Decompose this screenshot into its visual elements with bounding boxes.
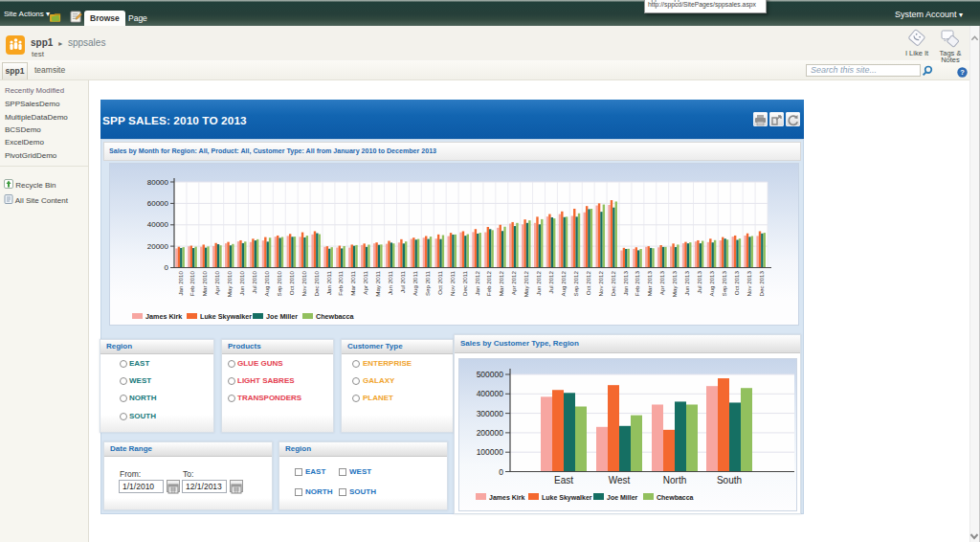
svg-text:West: West (609, 475, 631, 486)
svg-text:?: ? (960, 68, 965, 77)
svg-text:Oct 2011: Oct 2011 (436, 270, 443, 294)
svg-text:North: North (663, 475, 686, 486)
svg-text:Jun 2012: Jun 2012 (535, 270, 542, 295)
svg-text:Nov 2012: Nov 2012 (597, 270, 604, 296)
svg-text:Apr 2012: Apr 2012 (510, 270, 517, 295)
svg-text:Chewbacca: Chewbacca (316, 312, 355, 321)
svg-text:Feb 2011: Feb 2011 (337, 270, 344, 295)
svg-text:Mar 2012: Mar 2012 (498, 270, 504, 296)
svg-text:Dec 2013: Dec 2013 (758, 270, 765, 296)
svg-text:May 2013: May 2013 (671, 270, 678, 297)
svg-text:Jul 2010: Jul 2010 (251, 270, 257, 293)
svg-text:Luke Skywalker: Luke Skywalker (200, 312, 252, 321)
svg-text:Apr 2013: Apr 2013 (658, 270, 665, 295)
svg-text:Joe Miller: Joe Miller (266, 312, 298, 321)
svg-text:Jun 2011: Jun 2011 (387, 270, 393, 295)
svg-text:James Kirk: James Kirk (489, 494, 524, 501)
svg-text:Jul 2013: Jul 2013 (696, 270, 702, 293)
svg-text:Jun 2013: Jun 2013 (683, 270, 690, 295)
svg-text:60000: 60000 (147, 199, 169, 208)
svg-text:May 2010: May 2010 (226, 270, 233, 297)
svg-text:Dec 2010: Dec 2010 (313, 270, 320, 296)
svg-text:Mar 2013: Mar 2013 (646, 270, 653, 296)
svg-text:80000: 80000 (147, 178, 169, 187)
svg-text:Apr 2010: Apr 2010 (213, 270, 220, 295)
svg-text:Nov 2011: Nov 2011 (449, 270, 456, 296)
svg-text:200000: 200000 (477, 428, 504, 438)
svg-text:Nov 2010: Nov 2010 (301, 270, 307, 296)
svg-text:Chewbacca: Chewbacca (657, 494, 694, 501)
svg-text:Jul 2012: Jul 2012 (547, 270, 554, 293)
svg-text:Jan 2013: Jan 2013 (622, 270, 629, 295)
svg-text:Jun 2010: Jun 2010 (238, 270, 245, 295)
svg-text:Sep 2012: Sep 2012 (572, 270, 579, 296)
svg-text:May 2012: May 2012 (523, 270, 529, 297)
svg-text:Feb 2010: Feb 2010 (189, 270, 195, 296)
svg-text:Dec 2012: Dec 2012 (610, 270, 616, 296)
svg-text:Aug 2012: Aug 2012 (560, 270, 567, 296)
svg-text:Nov 2013: Nov 2013 (746, 270, 752, 296)
svg-text:0: 0 (165, 263, 169, 272)
svg-text:Aug 2011: Aug 2011 (412, 270, 418, 296)
svg-text:Apr 2011: Apr 2011 (362, 270, 368, 294)
svg-text:Mar 2010: Mar 2010 (201, 270, 208, 296)
svg-text:Joe Miller: Joe Miller (607, 494, 638, 501)
svg-text:Sep 2011: Sep 2011 (424, 270, 431, 296)
svg-text:500000: 500000 (477, 370, 504, 379)
svg-text:40000: 40000 (147, 220, 169, 229)
svg-text:Oct 2013: Oct 2013 (733, 270, 740, 295)
svg-text:Sep 2013: Sep 2013 (721, 270, 727, 296)
svg-text:400000: 400000 (477, 389, 504, 398)
svg-text:Sep 2010: Sep 2010 (276, 270, 282, 296)
svg-text:Oct 2012: Oct 2012 (585, 270, 591, 295)
svg-text:Dec 2011: Dec 2011 (461, 270, 468, 296)
svg-text:Aug 2010: Aug 2010 (263, 270, 270, 296)
svg-text:Aug 2013: Aug 2013 (708, 270, 715, 296)
svg-text:Jul 2011: Jul 2011 (399, 270, 406, 292)
svg-text:Jan 2010: Jan 2010 (177, 270, 184, 295)
svg-text:Feb 2012: Feb 2012 (485, 270, 492, 296)
svg-text:Jan 2011: Jan 2011 (325, 270, 332, 295)
svg-text:South: South (717, 475, 742, 486)
svg-text:May 2011: May 2011 (374, 270, 381, 296)
svg-text:East: East (554, 475, 573, 486)
svg-text:0: 0 (499, 467, 503, 477)
svg-text:100000: 100000 (477, 447, 504, 457)
svg-text:Feb 2013: Feb 2013 (634, 270, 640, 296)
svg-text:Oct 2010: Oct 2010 (288, 270, 295, 295)
svg-text:300000: 300000 (477, 409, 504, 418)
svg-text:20000: 20000 (147, 242, 169, 251)
svg-text:Luke Skywalker: Luke Skywalker (542, 494, 592, 502)
svg-text:Jan 2012: Jan 2012 (474, 270, 480, 295)
svg-text:James Kirk: James Kirk (145, 312, 182, 321)
svg-text:Mar 2011: Mar 2011 (349, 270, 356, 295)
